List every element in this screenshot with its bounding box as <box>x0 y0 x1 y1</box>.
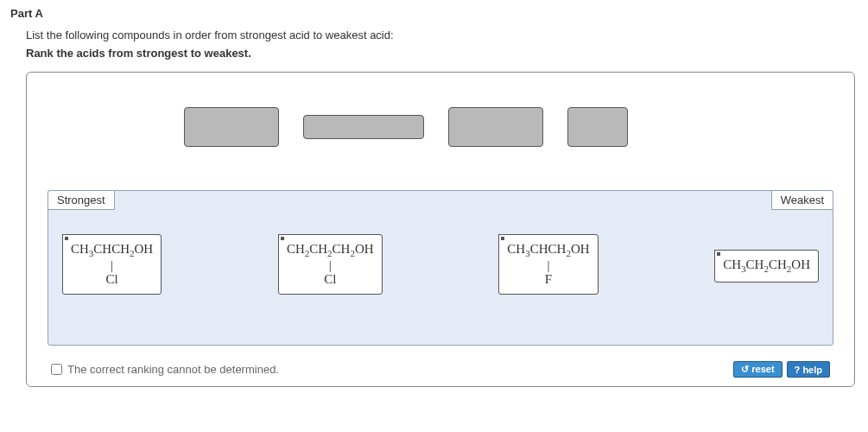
compound-substituent: Cl <box>287 271 374 288</box>
compound-formula: CH3CHCH2OH <box>71 242 153 256</box>
help-label: help <box>802 365 822 375</box>
compound-tile-3[interactable]: CH3CHCH2OH | F <box>498 234 598 295</box>
reset-button[interactable]: ↺ reset <box>733 361 782 378</box>
help-button[interactable]: ? help <box>787 361 830 378</box>
rank-area[interactable]: Strongest Weakest CH3CHCH2OH | Cl CH2CH2… <box>48 190 833 346</box>
dropzone-4[interactable] <box>567 107 628 147</box>
compound-substituent: Cl <box>71 271 153 288</box>
cannot-determine-label: The correct ranking cannot be determined… <box>67 363 279 376</box>
part-title: Part A <box>10 7 858 20</box>
dropzone-1[interactable] <box>184 107 279 147</box>
bond-line: | <box>287 260 374 272</box>
dropzone-row <box>48 107 833 147</box>
footer-row: The correct ranking cannot be determined… <box>48 361 833 378</box>
compound-tile-4[interactable]: CH3CH2CH2OH <box>714 250 819 283</box>
help-icon: ? <box>795 365 801 375</box>
cannot-determine-checkbox[interactable] <box>51 364 62 375</box>
compound-substituent: F <box>507 271 589 288</box>
compound-formula: CH3CH2CH2OH <box>723 257 810 271</box>
compound-tile-1[interactable]: CH3CHCH2OH | Cl <box>62 234 162 295</box>
cannot-determine-row[interactable]: The correct ranking cannot be determined… <box>51 363 279 376</box>
rank-label-strongest: Strongest <box>48 190 115 210</box>
button-group: ↺ reset ? help <box>733 361 830 378</box>
ranking-workspace: Strongest Weakest CH3CHCH2OH | Cl CH2CH2… <box>26 72 855 387</box>
compound-tile-2[interactable]: CH2CH2CH2OH | Cl <box>278 234 383 295</box>
compound-formula: CH2CH2CH2OH <box>287 242 374 256</box>
instructions-line-1: List the following compounds in order fr… <box>26 29 858 41</box>
compound-formula: CH3CHCH2OH <box>507 242 589 256</box>
bond-line: | <box>71 260 153 272</box>
bond-line: | <box>507 260 589 272</box>
reset-icon: ↺ <box>741 364 749 374</box>
dropzone-3[interactable] <box>448 107 543 147</box>
instructions-line-2: Rank the acids from strongest to weakest… <box>26 47 858 60</box>
dropzone-2[interactable] <box>303 115 424 139</box>
compounds-row: CH3CHCH2OH | Cl CH2CH2CH2OH | Cl CH3CHCH… <box>59 234 822 295</box>
rank-label-weakest: Weakest <box>771 190 833 210</box>
reset-label: reset <box>751 364 774 374</box>
